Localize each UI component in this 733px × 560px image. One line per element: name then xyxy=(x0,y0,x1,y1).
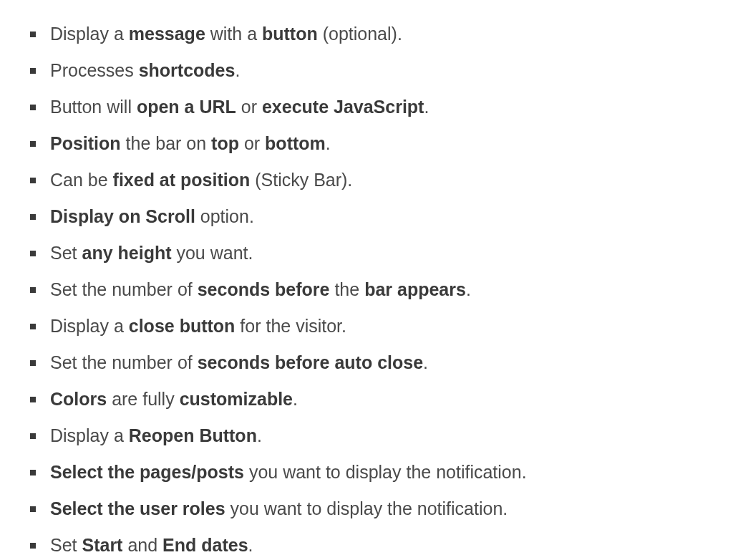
feature-text: . xyxy=(424,97,429,117)
feature-text: Button will xyxy=(50,97,137,117)
feature-text: . xyxy=(248,535,253,555)
feature-text: or xyxy=(239,133,265,153)
feature-text: Set xyxy=(50,535,82,555)
feature-text: Display a xyxy=(50,24,129,44)
feature-text: are fully xyxy=(107,389,179,409)
feature-text: Set the number of xyxy=(50,352,198,372)
feature-text: Can be xyxy=(50,170,113,190)
feature-text: the bar on xyxy=(121,133,211,153)
feature-item: Processes shortcodes. xyxy=(50,58,719,83)
feature-bold-text: bar appears xyxy=(364,279,466,299)
feature-text: (optional). xyxy=(318,24,402,44)
feature-bold-text: Colors xyxy=(50,389,107,409)
feature-bold-text: Position xyxy=(50,133,121,153)
feature-bold-text: Display on Scroll xyxy=(50,206,195,226)
feature-bold-text: message xyxy=(129,24,205,44)
feature-bold-text: button xyxy=(262,24,318,44)
feature-bold-text: open a URL xyxy=(137,97,236,117)
feature-text: you want to display the notification. xyxy=(225,498,508,518)
feature-bold-text: execute JavaScript xyxy=(262,97,424,117)
feature-bold-text: seconds before xyxy=(198,279,330,299)
feature-text: the xyxy=(329,279,364,299)
feature-text: you want to display the notification. xyxy=(244,462,527,482)
feature-text: . xyxy=(235,60,240,80)
feature-item: Set the number of seconds before auto cl… xyxy=(50,350,719,375)
feature-bold-text: top xyxy=(211,133,239,153)
feature-list: Display a message with a button (optiona… xyxy=(14,21,719,558)
feature-item: Position the bar on top or bottom. xyxy=(50,131,719,156)
feature-text: you want. xyxy=(172,243,253,263)
feature-text: Set xyxy=(50,243,82,263)
feature-item: Select the pages/posts you want to displ… xyxy=(50,460,719,485)
feature-text: Display a xyxy=(50,316,129,336)
feature-bold-text: Select the pages/posts xyxy=(50,462,244,482)
feature-bold-text: bottom xyxy=(265,133,326,153)
feature-item: Set the number of seconds before the bar… xyxy=(50,277,719,302)
feature-text: . xyxy=(257,425,262,445)
feature-bold-text: fixed at position xyxy=(113,170,251,190)
feature-text: option. xyxy=(195,206,254,226)
feature-bold-text: Select the user roles xyxy=(50,498,225,518)
feature-text: . xyxy=(466,279,471,299)
feature-text: or xyxy=(236,97,262,117)
feature-text: . xyxy=(423,352,428,372)
feature-item: Colors are fully customizable. xyxy=(50,387,719,412)
feature-item: Display a message with a button (optiona… xyxy=(50,21,719,47)
feature-bold-text: close button xyxy=(129,316,236,336)
feature-bold-text: any height xyxy=(82,243,171,263)
feature-bold-text: Reopen Button xyxy=(129,425,257,445)
feature-bold-text: shortcodes xyxy=(139,60,236,80)
feature-bold-text: End dates xyxy=(162,535,248,555)
feature-item: Set Start and End dates. xyxy=(50,533,719,558)
feature-text: . xyxy=(326,133,331,153)
feature-item: Display a close button for the visitor. xyxy=(50,314,719,339)
feature-text: Set the number of xyxy=(50,279,198,299)
feature-item: Set any height you want. xyxy=(50,241,719,266)
feature-text: . xyxy=(293,389,298,409)
feature-text: Processes xyxy=(50,60,139,80)
feature-bold-text: seconds before auto close xyxy=(198,352,423,372)
feature-text: Display a xyxy=(50,425,129,445)
feature-item: Can be fixed at position (Sticky Bar). xyxy=(50,168,719,193)
feature-item: Button will open a URL or execute JavaSc… xyxy=(50,95,719,120)
feature-bold-text: Start xyxy=(82,535,122,555)
feature-item: Display a Reopen Button. xyxy=(50,423,719,448)
feature-item: Select the user roles you want to displa… xyxy=(50,496,719,521)
feature-item: Display on Scroll option. xyxy=(50,204,719,229)
feature-text: (Sticky Bar). xyxy=(250,170,352,190)
feature-bold-text: customizable xyxy=(180,389,293,409)
feature-text: and xyxy=(122,535,162,555)
feature-text: for the visitor. xyxy=(235,316,346,336)
feature-text: with a xyxy=(205,24,262,44)
